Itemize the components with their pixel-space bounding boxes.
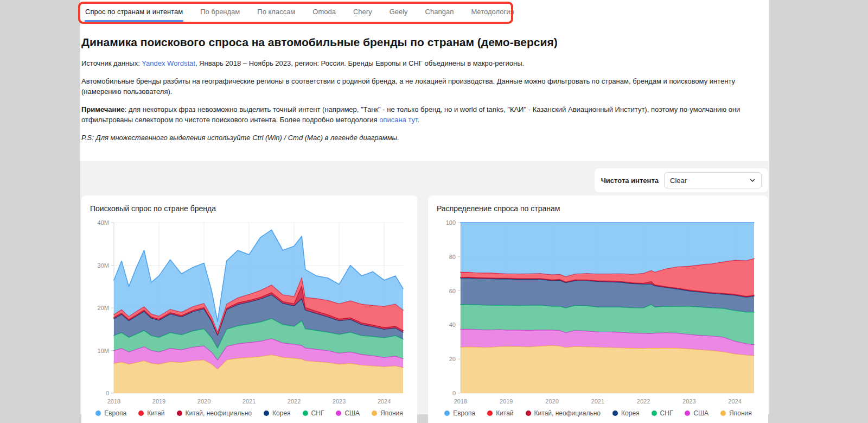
svg-text:2024: 2024	[728, 398, 741, 405]
tab-bar: Спрос по странам и интентамПо брендамПо …	[80, 0, 769, 22]
svg-text:2023: 2023	[682, 398, 695, 405]
svg-text:2019: 2019	[152, 398, 165, 405]
legend-label-korea: Корея	[621, 409, 640, 417]
header-zone: Спрос по странам и интентамПо брендамПо …	[80, 0, 769, 161]
tab-brands[interactable]: По брендам	[200, 0, 240, 22]
legend-item-usa[interactable]: США	[685, 409, 709, 417]
svg-text:20M: 20M	[98, 305, 109, 311]
dashboard-page: Спрос по странам и интентамПо брендамПо …	[80, 0, 769, 414]
legend-dot-usa	[685, 411, 690, 416]
wordstat-link[interactable]: Yandex Wordstat	[142, 59, 195, 67]
legend-item-korea[interactable]: Корея	[264, 409, 291, 417]
tab-geely[interactable]: Geely	[389, 0, 409, 22]
demand-chart-plot[interactable]: 2018201920202021202220232024010M20M30M40…	[90, 217, 409, 408]
area-japan	[461, 345, 754, 393]
svg-text:80: 80	[449, 254, 456, 260]
chevron-down-icon	[749, 177, 756, 184]
tab-omoda[interactable]: Omoda	[312, 0, 336, 22]
legend-label-korea: Корея	[272, 409, 291, 417]
svg-text:60: 60	[449, 288, 456, 294]
legend-label-cis: СНГ	[660, 409, 673, 417]
legend-item-china-unofficial[interactable]: Китай, неофициально	[526, 409, 601, 417]
legend-item-korea[interactable]: Корея	[612, 409, 640, 417]
distribution-chart-legend: ЕвропаКитайКитай, неофициальноКореяСНГСШ…	[437, 409, 760, 417]
legend-item-china-unofficial[interactable]: Китай, неофициально	[177, 409, 252, 417]
svg-text:2022: 2022	[288, 398, 301, 405]
svg-text:40M: 40M	[98, 219, 109, 226]
svg-text:2020: 2020	[197, 398, 210, 405]
intent-filter-select[interactable]: Clear	[664, 172, 762, 188]
methodology-link[interactable]: описана тут	[379, 116, 417, 124]
legend-label-china: Китай	[147, 409, 164, 417]
tab-methodology[interactable]: Методология	[470, 0, 514, 22]
intro-section: Динамика поискового спроса на автомобиль…	[80, 22, 769, 143]
legend-label-usa: США	[693, 409, 709, 417]
legend-dot-cis	[652, 411, 657, 416]
svg-text:30M: 30M	[98, 262, 109, 269]
svg-text:2021: 2021	[591, 398, 604, 405]
legend-label-japan: Япония	[729, 409, 752, 417]
legend-dot-cis	[303, 411, 308, 416]
svg-text:0: 0	[106, 390, 109, 396]
intent-filter-card: Чистота интента Clear	[595, 168, 768, 192]
demand-chart-legend: ЕвропаКитайКитай, неофициальноКореяСНГСШ…	[90, 409, 409, 417]
intent-filter-label: Чистота интента	[601, 176, 659, 185]
svg-text:10M: 10M	[98, 348, 109, 354]
svg-text:0: 0	[452, 390, 456, 396]
legend-label-europe: Европа	[453, 409, 475, 417]
tab-countries-intents[interactable]: Спрос по странам и интентам	[85, 0, 183, 22]
svg-text:2018: 2018	[107, 398, 120, 405]
legend-item-japan[interactable]: Япония	[372, 409, 403, 417]
chart-card-distribution: Распределение спроса по странам 20182019…	[428, 195, 768, 423]
svg-text:40: 40	[449, 321, 456, 328]
svg-text:2019: 2019	[500, 398, 513, 405]
legend-dot-japan	[720, 411, 726, 416]
note-label: Примечание	[81, 105, 125, 113]
legend-dot-europe	[444, 411, 450, 416]
svg-text:20: 20	[449, 356, 456, 362]
legend-item-china[interactable]: Китай	[138, 409, 164, 417]
svg-text:2022: 2022	[637, 398, 650, 405]
svg-text:2023: 2023	[333, 398, 346, 405]
legend-item-china[interactable]: Китай	[487, 409, 513, 417]
legend-dot-china-unofficial	[177, 411, 182, 416]
legend-dot-europe	[95, 411, 101, 416]
charts-row: Поисковый спрос по стране бренда 2018201…	[81, 195, 768, 423]
charts-section: Чистота интента Clear Поисковый спрос по…	[80, 161, 769, 423]
legend-dot-korea	[612, 411, 618, 416]
tab-classes[interactable]: По классам	[257, 0, 296, 22]
data-source-line: Источник данных: Yandex Wordstat, Январь…	[81, 58, 748, 69]
note-end: .	[418, 116, 420, 124]
legend-label-usa: США	[344, 409, 360, 417]
legend-item-cis[interactable]: СНГ	[652, 409, 673, 417]
ps-line: P.S: Для множественного выделения исполь…	[81, 132, 748, 143]
tab-bar-items: Спрос по странам и интентамПо брендамПо …	[80, 0, 769, 22]
legend-label-china-unofficial: Китай, неофициально	[186, 409, 252, 417]
chart-title-demand: Поисковый спрос по стране бренда	[90, 204, 409, 213]
intent-filter-value: Clear	[670, 176, 687, 185]
page-title: Динамика поискового спроса на автомобиль…	[81, 36, 748, 49]
legend-item-japan[interactable]: Япония	[720, 409, 752, 417]
legend-item-usa[interactable]: США	[336, 409, 360, 417]
tab-changan[interactable]: Changan	[425, 0, 455, 22]
legend-item-europe[interactable]: Европа	[95, 409, 126, 417]
legend-item-europe[interactable]: Европа	[444, 409, 475, 417]
legend-label-china-unofficial: Китай, неофициально	[534, 409, 601, 417]
distribution-chart-plot[interactable]: 2018201920202021202220232024020406080100	[437, 217, 760, 408]
legend-label-cis: СНГ	[311, 409, 324, 417]
legend-dot-japan	[372, 411, 377, 416]
svg-text:100: 100	[446, 219, 456, 226]
legend-dot-china	[138, 411, 144, 416]
tab-chery[interactable]: Chery	[353, 0, 373, 22]
source-prefix: Источник данных:	[81, 59, 142, 67]
legend-dot-usa	[336, 411, 341, 416]
legend-dot-korea	[264, 411, 269, 416]
svg-text:2020: 2020	[545, 398, 558, 405]
legend-item-cis[interactable]: СНГ	[303, 409, 324, 417]
svg-text:2018: 2018	[454, 398, 467, 405]
filter-row: Чистота интента Clear	[81, 168, 768, 192]
legend-label-china: Китай	[496, 409, 513, 417]
chart-title-distribution: Распределение спроса по странам	[437, 204, 760, 213]
description-paragraph: Автомобильные бренды разбиты на географи…	[81, 76, 748, 97]
note-paragraph: Примечание: для некоторых фраз невозможн…	[81, 104, 748, 125]
